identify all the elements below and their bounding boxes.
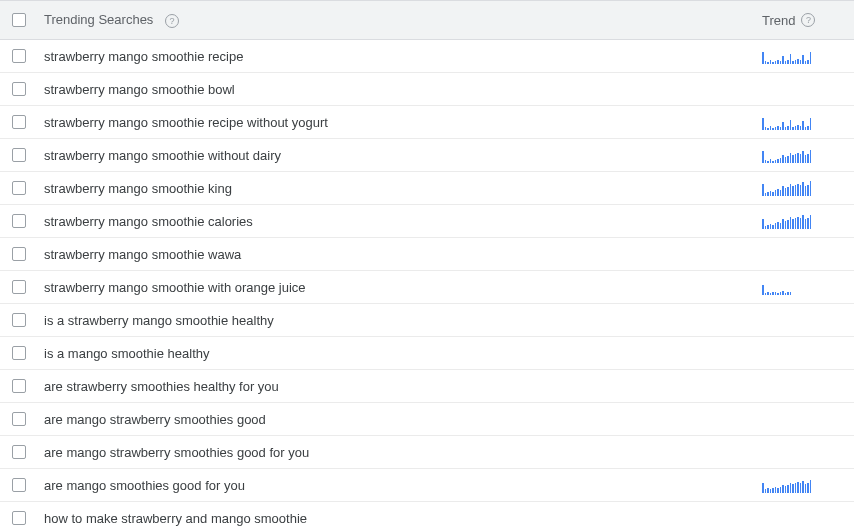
row-checkbox[interactable] [12,313,26,327]
trend-sparkline [762,114,811,130]
row-checkbox[interactable] [12,247,26,261]
table-row[interactable]: is a mango smoothie healthy [0,337,854,370]
row-checkbox[interactable] [12,412,26,426]
table-row[interactable]: is a strawberry mango smoothie healthy [0,304,854,337]
query-text: strawberry mango smoothie wawa [44,247,762,262]
query-text: strawberry mango smoothie recipe [44,49,762,64]
trend-header-label: Trend [762,13,795,28]
row-checkbox[interactable] [12,478,26,492]
row-checkbox[interactable] [12,511,26,525]
trend-sparkline-cell [762,180,842,196]
query-text: are mango strawberry smoothies good [44,412,762,427]
row-checkbox[interactable] [12,115,26,129]
row-checkbox[interactable] [12,82,26,96]
checkbox-cell [12,49,44,63]
trend-sparkline [762,477,811,493]
checkbox-cell [12,412,44,426]
help-icon[interactable]: ? [801,13,815,27]
table-row[interactable]: strawberry mango smoothie recipe without… [0,106,854,139]
table-row[interactable]: strawberry mango smoothie calories [0,205,854,238]
trend-sparkline [762,213,811,229]
table-row[interactable]: strawberry mango smoothie king [0,172,854,205]
row-checkbox[interactable] [12,445,26,459]
select-all-cell [12,13,44,27]
query-text: are mango strawberry smoothies good for … [44,445,762,460]
checkbox-cell [12,181,44,195]
checkbox-cell [12,214,44,228]
checkbox-cell [12,148,44,162]
table-row[interactable]: are mango smoothies good for you [0,469,854,502]
trend-sparkline [762,279,791,295]
table-row[interactable]: are mango strawberry smoothies good for … [0,436,854,469]
checkbox-cell [12,346,44,360]
searches-column-header: Trending Searches ? [44,12,762,28]
select-all-checkbox[interactable] [12,13,26,27]
table-row[interactable]: strawberry mango smoothie recipe [0,40,854,73]
query-text: how to make strawberry and mango smoothi… [44,511,762,526]
row-checkbox[interactable] [12,148,26,162]
table-row[interactable]: strawberry mango smoothie with orange ju… [0,271,854,304]
trend-sparkline-cell [762,279,842,295]
query-text: is a mango smoothie healthy [44,346,762,361]
checkbox-cell [12,478,44,492]
trend-column-header: Trend ? [762,13,842,28]
checkbox-cell [12,115,44,129]
query-text: strawberry mango smoothie calories [44,214,762,229]
checkbox-cell [12,280,44,294]
row-checkbox[interactable] [12,49,26,63]
table-header: Trending Searches ? Trend ? [0,0,854,40]
trend-sparkline-cell [762,147,842,163]
row-checkbox[interactable] [12,214,26,228]
help-icon[interactable]: ? [165,14,179,28]
query-text: is a strawberry mango smoothie healthy [44,313,762,328]
searches-header-label: Trending Searches [44,12,153,27]
table-row[interactable]: are mango strawberry smoothies good [0,403,854,436]
trend-sparkline-cell [762,213,842,229]
checkbox-cell [12,313,44,327]
query-text: strawberry mango smoothie with orange ju… [44,280,762,295]
checkbox-cell [12,82,44,96]
query-text: strawberry mango smoothie recipe without… [44,115,762,130]
query-text: are mango smoothies good for you [44,478,762,493]
query-text: strawberry mango smoothie king [44,181,762,196]
row-checkbox[interactable] [12,280,26,294]
query-text: are strawberry smoothies healthy for you [44,379,762,394]
trend-sparkline-cell [762,48,842,64]
query-text: strawberry mango smoothie bowl [44,82,762,97]
row-checkbox[interactable] [12,181,26,195]
checkbox-cell [12,379,44,393]
table-row[interactable]: strawberry mango smoothie without dairy [0,139,854,172]
checkbox-cell [12,511,44,525]
query-text: strawberry mango smoothie without dairy [44,148,762,163]
table-row[interactable]: are strawberry smoothies healthy for you [0,370,854,403]
checkbox-cell [12,247,44,261]
row-checkbox[interactable] [12,379,26,393]
trend-sparkline [762,147,811,163]
row-checkbox[interactable] [12,346,26,360]
trend-sparkline [762,180,811,196]
table-row[interactable]: strawberry mango smoothie bowl [0,73,854,106]
trend-sparkline [762,48,811,64]
trend-sparkline-cell [762,114,842,130]
trend-sparkline-cell [762,477,842,493]
checkbox-cell [12,445,44,459]
table-row[interactable]: how to make strawberry and mango smoothi… [0,502,854,532]
table-row[interactable]: strawberry mango smoothie wawa [0,238,854,271]
